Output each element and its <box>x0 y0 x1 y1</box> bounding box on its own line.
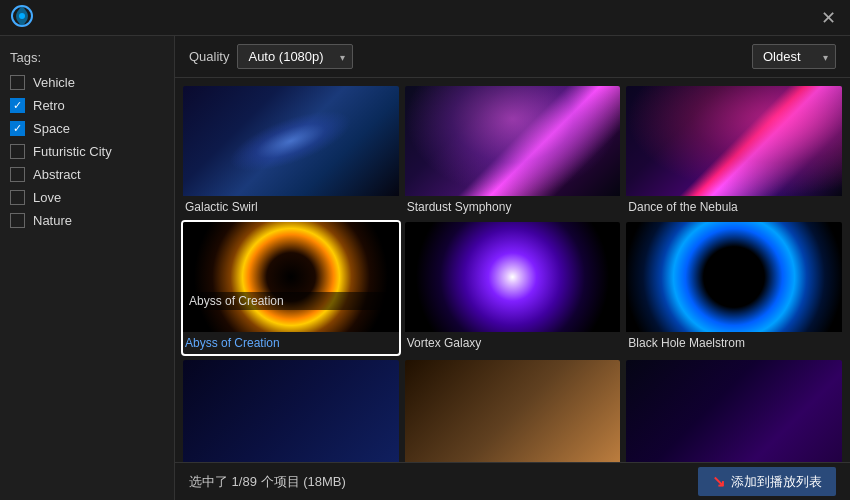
grid-label-selected-abyss-creation: Abyss of Creation <box>183 332 399 354</box>
grid-item-galactic-swirl[interactable]: Galactic Swirl <box>183 86 399 216</box>
thumb-row3-2 <box>405 360 621 462</box>
overlay-label-abyss-creation: Abyss of Creation <box>183 292 399 310</box>
grid-item-abyss-creation[interactable]: Abyss of CreationAbyss of Creation <box>183 222 399 354</box>
tag-checkbox-retro[interactable] <box>10 98 25 113</box>
content-area: Quality Auto (1080p) 4K 1080p 720p ▾ Old… <box>175 36 850 500</box>
quality-dropdown-wrapper: Auto (1080p) 4K 1080p 720p ▾ <box>237 44 353 69</box>
toolbar-left: Quality Auto (1080p) 4K 1080p 720p ▾ <box>189 44 353 69</box>
tag-label-retro: Retro <box>33 98 65 113</box>
tag-checkbox-nature[interactable] <box>10 213 25 228</box>
add-to-playlist-button[interactable]: ↘ 添加到播放列表 <box>698 467 836 496</box>
add-arrow-icon: ↘ <box>712 472 725 491</box>
grid-label-black-hole: Black Hole Maelstrom <box>626 332 842 352</box>
thumb-row3-3 <box>626 360 842 462</box>
grid-label-vortex-galaxy: Vortex Galaxy <box>405 332 621 352</box>
tag-item-space[interactable]: Space <box>10 121 164 136</box>
grid-item-vortex-galaxy[interactable]: Vortex Galaxy <box>405 222 621 354</box>
tag-item-retro[interactable]: Retro <box>10 98 164 113</box>
tag-label-nature: Nature <box>33 213 72 228</box>
grid-area: Galactic SwirlStardust SymphonyDance of … <box>175 78 850 462</box>
grid-label-galactic-swirl: Galactic Swirl <box>183 196 399 216</box>
grid-item-stardust-symphony[interactable]: Stardust Symphony <box>405 86 621 216</box>
tag-item-futuristic-city[interactable]: Futuristic City <box>10 144 164 159</box>
tag-item-vehicle[interactable]: Vehicle <box>10 75 164 90</box>
main-layout: Tags: VehicleRetroSpaceFuturistic CityAb… <box>0 36 850 500</box>
thumb-galactic-swirl <box>183 86 399 196</box>
tag-label-futuristic-city: Futuristic City <box>33 144 112 159</box>
grid-item-row3-1[interactable] <box>183 360 399 462</box>
grid-item-row3-3[interactable] <box>626 360 842 462</box>
close-button[interactable]: ✕ <box>816 6 840 30</box>
add-button-label: 添加到播放列表 <box>731 473 822 491</box>
grid-item-black-hole[interactable]: Black Hole Maelstrom <box>626 222 842 354</box>
tags-label: Tags: <box>10 50 164 65</box>
sort-dropdown-wrapper: Oldest Newest A-Z ▾ <box>752 44 836 69</box>
toolbar: Quality Auto (1080p) 4K 1080p 720p ▾ Old… <box>175 36 850 78</box>
sort-dropdown[interactable]: Oldest Newest A-Z <box>752 44 836 69</box>
tag-label-abstract: Abstract <box>33 167 81 182</box>
tag-checkbox-abstract[interactable] <box>10 167 25 182</box>
thumb-stardust-symphony <box>405 86 621 196</box>
thumb-dance-nebula <box>626 86 842 196</box>
selection-status: 选中了 1/89 个项目 (18MB) <box>189 473 346 491</box>
tag-item-nature[interactable]: Nature <box>10 213 164 228</box>
grid-item-dance-nebula[interactable]: Dance of the Nebula <box>626 86 842 216</box>
quality-label: Quality <box>189 49 229 64</box>
grid-label-stardust-symphony: Stardust Symphony <box>405 196 621 216</box>
sidebar: Tags: VehicleRetroSpaceFuturistic CityAb… <box>0 36 175 500</box>
titlebar: ✕ <box>0 0 850 36</box>
svg-point-1 <box>19 13 25 19</box>
footer: 选中了 1/89 个项目 (18MB) ↘ 添加到播放列表 <box>175 462 850 500</box>
tag-checkbox-love[interactable] <box>10 190 25 205</box>
thumb-vortex-galaxy <box>405 222 621 332</box>
tag-label-space: Space <box>33 121 70 136</box>
quality-dropdown[interactable]: Auto (1080p) 4K 1080p 720p <box>237 44 353 69</box>
tag-label-vehicle: Vehicle <box>33 75 75 90</box>
tag-checkbox-vehicle[interactable] <box>10 75 25 90</box>
grid-label-dance-nebula: Dance of the Nebula <box>626 196 842 216</box>
tag-item-abstract[interactable]: Abstract <box>10 167 164 182</box>
thumb-row3-1 <box>183 360 399 462</box>
tag-checkbox-space[interactable] <box>10 121 25 136</box>
media-grid: Galactic SwirlStardust SymphonyDance of … <box>183 86 842 462</box>
tag-label-love: Love <box>33 190 61 205</box>
thumb-black-hole <box>626 222 842 332</box>
tag-checkbox-futuristic-city[interactable] <box>10 144 25 159</box>
app-logo <box>10 4 34 31</box>
tag-item-love[interactable]: Love <box>10 190 164 205</box>
grid-item-row3-2[interactable] <box>405 360 621 462</box>
thumb-abyss-creation: Abyss of Creation <box>183 222 399 332</box>
